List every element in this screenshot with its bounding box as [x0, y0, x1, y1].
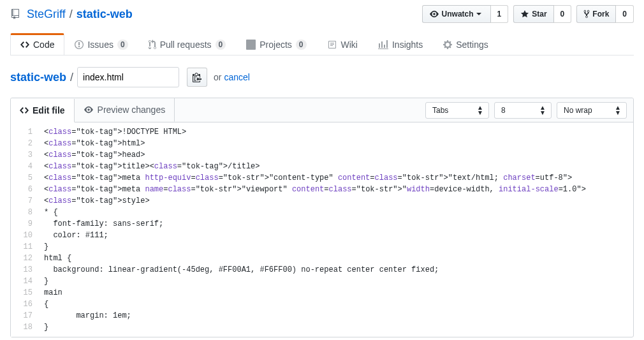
- line-number: 14: [16, 276, 33, 287]
- file-breadcrumb: static-web / or cancel: [10, 67, 634, 87]
- owner-link[interactable]: SteGriff: [27, 8, 66, 21]
- watch-count[interactable]: 1: [491, 5, 509, 23]
- or-text: or: [214, 72, 221, 82]
- eye-icon: [84, 105, 94, 114]
- line-number: 11: [16, 241, 33, 253]
- unwatch-button[interactable]: Unwatch: [422, 5, 491, 23]
- fork-icon: [583, 10, 590, 18]
- line-number: 1: [16, 126, 33, 138]
- tab-settings[interactable]: Settings: [433, 33, 499, 55]
- wrap-mode-select[interactable]: No wrap ▲▼: [557, 102, 627, 119]
- code-line: }: [44, 322, 628, 333]
- path-separator: /: [70, 71, 73, 84]
- line-number: 18: [16, 322, 33, 333]
- pagehead: SteGriff / static-web Unwatch 1 Star: [10, 0, 634, 55]
- code-line: margin: 1em;: [44, 310, 628, 322]
- editor: Edit file Preview changes Tabs ▲▼ 8 ▲▼ N…: [10, 98, 634, 337]
- line-number: 2: [16, 138, 33, 149]
- gear-icon: [443, 40, 452, 50]
- line-number: 15: [16, 287, 33, 299]
- edit-file-tab[interactable]: Edit file: [11, 99, 75, 122]
- line-number: 8: [16, 207, 33, 218]
- repo-actions: Unwatch 1 Star 0 Fork: [422, 5, 634, 23]
- line-number: 5: [16, 172, 33, 184]
- repo-icon: [10, 9, 20, 19]
- preview-changes-tab[interactable]: Preview changes: [75, 98, 175, 122]
- eye-icon: [429, 10, 439, 18]
- tab-insights[interactable]: Insights: [368, 33, 433, 55]
- cancel-link[interactable]: cancel: [224, 72, 250, 82]
- repo-link[interactable]: static-web: [77, 8, 133, 21]
- watch-group: Unwatch 1: [422, 5, 509, 23]
- code-line: font-family: sans-serif;: [44, 218, 628, 230]
- code-line: <class="tok-tag">!DOCTYPE HTML>: [44, 126, 628, 138]
- copy-path-button[interactable]: [187, 68, 207, 87]
- code-line: <class="tok-tag">meta name=class="tok-st…: [44, 184, 628, 195]
- star-button[interactable]: Star: [513, 5, 553, 23]
- code-line: {: [44, 299, 628, 310]
- repo-nav: Code Issues 0 Pull requests 0 Projects 0…: [10, 33, 634, 55]
- fork-button[interactable]: Fork: [576, 5, 616, 23]
- code-line: }: [44, 241, 628, 253]
- sort-icon: ▲▼: [615, 105, 621, 115]
- code-content[interactable]: <class="tok-tag">!DOCTYPE HTML><class="t…: [39, 122, 633, 337]
- line-number: 13: [16, 264, 33, 276]
- sort-icon: ▲▼: [477, 105, 483, 115]
- issues-icon: [75, 40, 84, 50]
- tab-pull-requests[interactable]: Pull requests 0: [138, 33, 237, 55]
- line-number: 6: [16, 184, 33, 195]
- projects-count: 0: [296, 40, 307, 50]
- indent-mode-select[interactable]: Tabs ▲▼: [425, 102, 489, 119]
- code-line: <class="tok-tag">title><class="tok-tag">…: [44, 161, 628, 172]
- tab-wiki[interactable]: Wiki: [317, 33, 368, 55]
- line-number: 10: [16, 230, 33, 241]
- path-separator: /: [70, 8, 73, 21]
- editor-toolbar: Edit file Preview changes Tabs ▲▼ 8 ▲▼ N…: [11, 98, 633, 122]
- projects-icon: [246, 40, 256, 50]
- star-group: Star 0: [513, 5, 571, 23]
- code-line: html {: [44, 253, 628, 264]
- tab-issues[interactable]: Issues 0: [64, 33, 138, 55]
- line-number: 17: [16, 310, 33, 322]
- fork-count[interactable]: 0: [616, 5, 634, 23]
- tab-projects[interactable]: Projects 0: [236, 33, 316, 55]
- code-line: <class="tok-tag">style>: [44, 195, 628, 207]
- repo-path: SteGriff / static-web: [10, 8, 133, 21]
- star-icon: [520, 10, 529, 18]
- tab-code[interactable]: Code: [10, 33, 64, 55]
- caret-down-icon: [476, 13, 481, 15]
- code-line: main: [44, 287, 628, 299]
- issues-count: 0: [117, 40, 128, 50]
- line-number: 9: [16, 218, 33, 230]
- code-line: <class="tok-tag">meta http-equiv=class="…: [44, 172, 628, 184]
- line-number: 3: [16, 149, 33, 161]
- star-count[interactable]: 0: [554, 5, 572, 23]
- code-line: <class="tok-tag">html>: [44, 138, 628, 149]
- fork-group: Fork 0: [576, 5, 634, 23]
- code-line: }: [44, 276, 628, 287]
- line-gutter: 123456789101112131415161718: [11, 122, 39, 337]
- breadcrumb-root[interactable]: static-web: [10, 71, 66, 84]
- line-number: 7: [16, 195, 33, 207]
- clipboard-icon: [193, 72, 201, 82]
- pull-request-icon: [149, 40, 156, 50]
- code-line: * {: [44, 207, 628, 218]
- insights-icon: [378, 40, 388, 50]
- line-number: 16: [16, 299, 33, 310]
- sort-icon: ▲▼: [539, 105, 546, 115]
- code-line: color: #111;: [44, 230, 628, 241]
- code-area[interactable]: 123456789101112131415161718 <class="tok-…: [11, 122, 633, 337]
- code-icon: [20, 105, 29, 115]
- code-line: background: linear-gradient(-45deg, #FF0…: [44, 264, 628, 276]
- line-number: 4: [16, 161, 33, 172]
- indent-size-select[interactable]: 8 ▲▼: [494, 102, 552, 119]
- code-icon: [20, 40, 29, 50]
- pulls-count: 0: [216, 40, 226, 50]
- code-line: <class="tok-tag">head>: [44, 149, 628, 161]
- line-number: 12: [16, 253, 33, 264]
- wiki-icon: [327, 40, 337, 50]
- filename-input[interactable]: [77, 67, 179, 87]
